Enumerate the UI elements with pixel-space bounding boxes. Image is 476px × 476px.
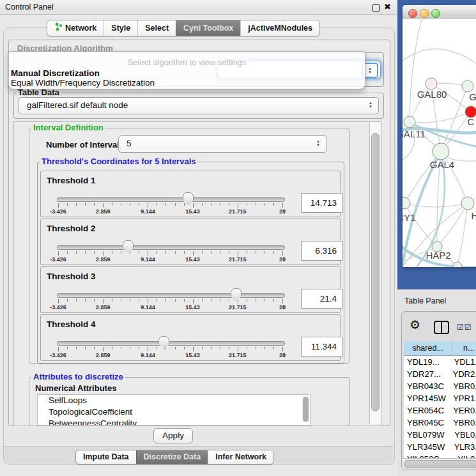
- slider-track[interactable]: [57, 245, 285, 250]
- checkbox-icons[interactable]: ☑☑: [457, 323, 472, 332]
- network-node[interactable]: [433, 143, 449, 160]
- cell-name: YLR3...: [449, 441, 476, 453]
- algorithm-placeholder: Select algorithm to view settings: [9, 58, 365, 67]
- attribute-list-item[interactable]: TopologicalCoefficient: [38, 406, 310, 418]
- close-icon[interactable]: ✖: [384, 2, 391, 12]
- popup-item-manual-discretization[interactable]: Manual Discretization: [11, 68, 363, 78]
- slider-tick: [139, 203, 139, 206]
- network-node[interactable]: [426, 78, 437, 89]
- slider-tick: [247, 299, 247, 302]
- tab-select[interactable]: Select: [137, 20, 176, 36]
- minimize-traffic-light-icon[interactable]: [420, 9, 429, 18]
- tab-cyni-toolbox[interactable]: Cyni Toolbox: [176, 20, 240, 36]
- slider-thumb[interactable]: [123, 240, 134, 253]
- threshold-value-field[interactable]: 21.4: [301, 289, 342, 309]
- tab-style[interactable]: Style: [104, 20, 137, 36]
- table-row[interactable]: YBL079WYBL0...: [404, 429, 476, 441]
- combo-stepper-icon: ▲▼: [316, 139, 320, 147]
- table-row[interactable]: YDL19...YDL1...: [404, 356, 476, 368]
- slider-tick-label: 21.715: [229, 304, 247, 311]
- bottom-tab-bar: Impute DataDiscretize DataInfer Network: [75, 450, 274, 464]
- slider-tick: [58, 299, 59, 303]
- attribute-list-item[interactable]: BetweennessCentrality: [38, 418, 310, 426]
- slider-tick: [103, 347, 104, 351]
- tab-network[interactable]: Network: [47, 20, 104, 36]
- network-window-titlebar[interactable]: [403, 5, 476, 20]
- threshold-value-field[interactable]: 6.316: [301, 241, 342, 261]
- cell-shared-name: YLR345W: [404, 441, 449, 453]
- gear-icon[interactable]: ⚙: [410, 318, 420, 332]
- slider-tick: [265, 251, 265, 254]
- scrollbar-thumb[interactable]: [404, 460, 476, 468]
- slider-tick: [130, 203, 130, 206]
- network-node[interactable]: [462, 81, 473, 92]
- slider-thumb[interactable]: [158, 336, 169, 349]
- slider-track[interactable]: [57, 293, 285, 298]
- settings-vertical-scrollbar[interactable]: [369, 122, 381, 424]
- close-traffic-light-icon[interactable]: [408, 9, 417, 18]
- slider-tick-label: 15.43: [185, 352, 200, 358]
- slider-tick-label: 9.144: [141, 304, 155, 311]
- slider-thumb[interactable]: [183, 192, 194, 205]
- slider-tick: [229, 299, 229, 302]
- slider-tick: [165, 203, 166, 206]
- table-row[interactable]: YLR345WYLR3...: [404, 441, 476, 453]
- slider-tick: [220, 203, 220, 206]
- column-header-name[interactable]: n...: [452, 341, 476, 355]
- slider-tick-label: 28: [279, 256, 286, 263]
- zoom-traffic-light-icon[interactable]: [431, 9, 440, 18]
- slider-thumb[interactable]: [231, 288, 242, 301]
- cell-name: YPR1...: [447, 392, 476, 404]
- slider-tick: [157, 299, 157, 302]
- tab-impute-data[interactable]: Impute Data: [76, 450, 136, 464]
- threshold-value-field[interactable]: 11.344: [301, 337, 342, 357]
- node-table: shared... n... YDL19...YDL1...YDR27...YD…: [404, 341, 476, 458]
- table-row[interactable]: YBR043CYBR0...: [404, 380, 476, 392]
- slider-track[interactable]: [57, 341, 285, 346]
- slider-tick: [121, 299, 121, 302]
- slider-tick: [85, 203, 86, 206]
- network-node[interactable]: [453, 262, 462, 267]
- number-of-intervals-combobox[interactable]: 5 ▲▼: [118, 135, 327, 153]
- attribute-list-item[interactable]: SelfLoops: [38, 395, 310, 406]
- slider-tick: [184, 251, 185, 254]
- slider-tick: [148, 299, 148, 303]
- table-row[interactable]: YDR27...YDR2...: [404, 368, 476, 380]
- network-canvas[interactable]: GAL80GACGAL11GAL4GCY1HAHAP2: [403, 19, 476, 267]
- slider-tick: [112, 347, 112, 349]
- network-node-label: GAL80: [417, 89, 447, 100]
- slider-tick: [165, 251, 166, 254]
- apply-button[interactable]: Apply: [153, 428, 193, 443]
- network-node[interactable]: [403, 197, 410, 209]
- table-row[interactable]: YER054CYER0...: [404, 404, 476, 417]
- slider-tick: [157, 251, 157, 254]
- table-row[interactable]: YIL052CYIL0...: [404, 453, 476, 458]
- numerical-attributes-label: Numerical Attributes: [35, 383, 116, 393]
- list-vertical-scrollbar[interactable]: [302, 396, 309, 422]
- tab-infer-network[interactable]: Infer Network: [208, 450, 273, 464]
- network-node[interactable]: [404, 116, 415, 128]
- network-view-window[interactable]: GAL80GACGAL11GAL4GCY1HAHAP2: [403, 5, 476, 267]
- column-header-shared-name[interactable]: shared...: [404, 341, 452, 355]
- popup-item-equal-width-frequency[interactable]: Equal Width/Frequency Discretization: [11, 78, 363, 88]
- numerical-attributes-list[interactable]: SelfLoopsTopologicalCoefficientBetweenne…: [37, 394, 311, 426]
- table-horizontal-scrollbar[interactable]: [403, 458, 476, 469]
- network-node[interactable]: [461, 197, 474, 210]
- slider-tick: [139, 299, 139, 302]
- slider-tick: [202, 203, 203, 206]
- slider-track[interactable]: [57, 197, 285, 202]
- table-data-combobox[interactable]: galFiltered.sif default node ▲▼: [19, 97, 379, 114]
- scrollbar-thumb[interactable]: [303, 397, 309, 422]
- slider-tick: [112, 251, 112, 254]
- float-window-icon[interactable]: [372, 4, 380, 12]
- slider-tick: [76, 299, 77, 302]
- tab-discretize-data[interactable]: Discretize Data: [136, 450, 208, 464]
- tab-jactivemnodules[interactable]: jActiveMNodules: [240, 20, 319, 36]
- split-table-icon[interactable]: [434, 321, 449, 334]
- table-row[interactable]: YPR145WYPR1...: [404, 392, 476, 404]
- scrollbar-thumb[interactable]: [371, 133, 380, 411]
- threshold-value-field[interactable]: 14.713: [301, 193, 342, 213]
- slider-tick: [58, 347, 59, 351]
- slider-tick-label: 9.144: [141, 208, 155, 215]
- table-row[interactable]: YBR045CYBR0...: [404, 417, 476, 429]
